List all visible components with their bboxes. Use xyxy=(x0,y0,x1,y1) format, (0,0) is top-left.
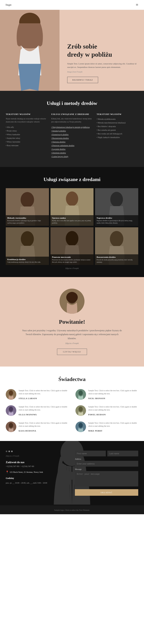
first-name-input[interactable] xyxy=(75,450,106,456)
read-more-button[interactable]: CZYTAJ WIĘCEJ xyxy=(57,348,87,355)
list-item: • Bez sznurka ani gumek xyxy=(97,128,138,132)
message-input[interactable] xyxy=(75,471,138,486)
photo-card-2[interactable]: Uprawa zamka Każdy, kto w ten albo tam s… xyxy=(51,188,94,226)
svg-point-14 xyxy=(110,231,124,247)
testimonial-5-content: Sample Text. Click to select the text bo… xyxy=(19,422,69,432)
svg-point-17 xyxy=(66,292,78,303)
submit-button[interactable]: SKŁADAĆ xyxy=(75,489,138,496)
contact-address-row: 📍 121 Rock Sreet, 21 Avenue, Nowy Jork xyxy=(6,470,69,474)
testimonial-6-name: MIKE PERRY xyxy=(88,430,103,432)
svg-point-25 xyxy=(78,407,83,412)
contact-phone-title: Zadzwoń do nas xyxy=(6,461,69,464)
service-link[interactable]: • Naprawa dredów xyxy=(51,140,93,144)
hero-content: Zrób sobie dredy w pobliżu Simple Text. … xyxy=(60,35,144,91)
contact-phone: +1(234) 567-80 / +1(234) 567-80 xyxy=(6,465,69,468)
photo-1-caption: Blokady rozrusznika Rozrusznik dredów wy… xyxy=(6,215,49,226)
testimonial-3: Sample Text. Click to select the text bo… xyxy=(6,405,69,416)
services-grid: TEKSTURY WŁOSÓW Nasze metody działają na… xyxy=(6,113,138,158)
photo-1-title: Blokady rozrusznika xyxy=(7,217,47,219)
welcome-title: Powitanie! xyxy=(6,318,138,325)
footer: Sample logo. Click to select the Text El… xyxy=(0,505,144,514)
last-name-input[interactable] xyxy=(107,450,138,456)
list-item: • Rosy mieszane xyxy=(6,144,47,147)
col1-description: Nasze metody działają na wszystkie rodza… xyxy=(6,117,47,124)
list-item: • Metoda szydełkowania xyxy=(97,117,138,121)
list-item: • Bez wosku ani żeli blokujących xyxy=(97,132,138,136)
testimonial-2-content: Sample Text. Click to select the text bo… xyxy=(88,389,139,400)
svg-point-10 xyxy=(21,231,34,246)
logo: logo xyxy=(6,3,12,6)
pin-icon: 📍 xyxy=(6,471,9,474)
photo-card-4[interactable]: Kombinacja dredów Całą kombinację możemy… xyxy=(6,227,49,265)
list-item: • Proste włosy xyxy=(6,129,47,133)
col3-list: • Metoda szydełkowania • Metoda natychmi… xyxy=(97,117,138,139)
hero-svg xyxy=(0,10,60,91)
col2-links: • Natychmiastowe lokalizacje metodą szyd… xyxy=(51,125,93,158)
testimonial-3-content: Sample Text. Click to select the text bo… xyxy=(19,405,69,416)
contact-address: 121 Rock Sreet, 21 Avenue, Nowy Jork xyxy=(10,470,43,474)
photo-3-caption: Naprawa dredów Naprawa dredów to przesun… xyxy=(95,215,138,226)
services-col-2: USŁUGI ZWIĄZANE Z DREDAMI Kliknij link, … xyxy=(51,113,93,158)
col2-description: Kliknij link, aby właściwie kontrolować … xyxy=(51,117,93,124)
service-link[interactable]: • Łączenie dredów xyxy=(51,147,93,151)
hero-image-credit: Image from Freepik xyxy=(67,71,138,73)
svg-point-19 xyxy=(9,390,13,396)
service-link[interactable]: • Luźne kręcące dredy xyxy=(51,155,93,158)
testimonial-1-content: Sample Text. Click to select the text bo… xyxy=(19,389,69,400)
svg-point-12 xyxy=(66,231,78,246)
contact-left: Zdjęcia z Freepik Zadzwoń do nas +1(234)… xyxy=(6,450,69,496)
testimonial-5-text: Sample Text. Click to select the text bo… xyxy=(19,422,69,428)
service-link[interactable]: • Dzielenie dredów xyxy=(51,151,93,155)
dread-services-title: Usługi związane z dredami xyxy=(6,176,138,182)
testimonial-4: Sample Text. Click to select the text bo… xyxy=(75,405,139,416)
photo-card-5[interactable]: Ponowne mocowanie Ponowne do mocowania d… xyxy=(51,227,94,265)
service-link[interactable]: • Natychmiastowe lokalizacje metodą szyd… xyxy=(51,125,93,129)
services-col-1: TEKSTURY WŁOSÓW Nasze metody działają na… xyxy=(6,113,47,158)
avatar-2 xyxy=(75,389,86,400)
photo-card-1[interactable]: Blokady rozrusznika Rozrusznik dredów wy… xyxy=(6,188,49,226)
photo-3-desc: Naprawa dredów to przesunięcie dla tych,… xyxy=(97,220,137,224)
hero-image xyxy=(0,10,60,91)
photo-card-3[interactable]: Naprawa dredów Naprawa dredów to przesun… xyxy=(95,188,138,226)
photo-5-desc: Ponowne do mocowania dredów przełamać mi… xyxy=(52,259,92,264)
testimonial-2: Sample Text. Click to select the text bo… xyxy=(75,389,139,400)
photo-card-6[interactable]: Rozszerzenia dredów Powrót do moda przys… xyxy=(95,227,138,265)
photo-5-title: Ponowne mocowanie xyxy=(52,256,92,258)
dot-1[interactable] xyxy=(6,450,7,452)
hero-section: Zrób sobie dredy w pobliżu Simple Text. … xyxy=(0,10,144,91)
service-link[interactable]: • Ponowne zakładanie dredów xyxy=(51,144,93,147)
carousel-dots xyxy=(6,450,69,452)
testimonial-1: Sample Text. Click to select the text bo… xyxy=(6,389,69,400)
address-label: Address xyxy=(75,458,138,460)
service-link[interactable]: • Rozszerzenia dredów xyxy=(51,136,93,140)
photo-2-desc: Każdy, kto w ten albo tam spędza czas pr… xyxy=(52,220,92,224)
service-link[interactable]: • Konserwacja dredów xyxy=(51,133,93,136)
svg-point-29 xyxy=(78,423,83,428)
address-input[interactable] xyxy=(75,461,138,466)
contact-form: Address Message SKŁADAĆ xyxy=(75,450,138,496)
hamburger-icon[interactable]: ≡ xyxy=(136,2,138,7)
avatar-6 xyxy=(75,422,86,432)
testimonial-5-name: KASA HUDSONA xyxy=(19,430,36,432)
testimonial-3-text: Sample Text. Click to select the text bo… xyxy=(19,405,69,412)
avatar-4 xyxy=(75,405,86,416)
services-section: Usługi i metody dredów TEKSTURY WŁOSÓW N… xyxy=(0,91,144,167)
col1-list: • Afro alfy • Proste włosy • Włosy kauka… xyxy=(6,125,47,147)
photo-4-caption: Kombinacja dredów Całą kombinację możemy… xyxy=(6,257,49,265)
photo-grid: Blokady rozrusznika Rozrusznik dredów wy… xyxy=(6,188,138,265)
reserve-button[interactable]: REZERWUJ TERAZ xyxy=(67,77,98,83)
message-label: Message xyxy=(75,468,138,470)
testimonial-3-name: OLGA IWANOWA xyxy=(19,414,37,416)
welcome-avatar xyxy=(60,289,84,314)
service-link[interactable]: • Instalacja dredów xyxy=(51,129,93,133)
form-name-row xyxy=(75,450,138,456)
dot-2[interactable] xyxy=(8,450,10,452)
avatar-3 xyxy=(6,405,16,416)
dot-3[interactable] xyxy=(11,450,13,452)
testimonial-5: Sample Text. Click to select the text bo… xyxy=(6,422,69,432)
svg-point-27 xyxy=(9,423,13,428)
svg-point-4 xyxy=(20,192,34,208)
welcome-text: Nasz salon jest przytulny i wygodny. Uży… xyxy=(22,328,122,340)
photo-1-desc: Rozrusznik dredów wykonuje się po gromic… xyxy=(7,220,47,224)
contact-hours: pon.–pt. __ 10:00 – 20:00, sob. __, niel… xyxy=(6,481,69,485)
